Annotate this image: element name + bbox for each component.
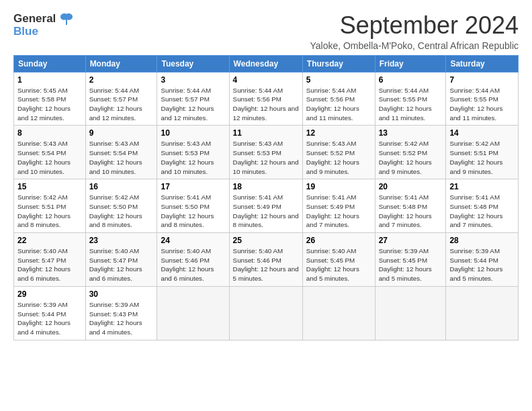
page: General Blue September 2024 Yaloke, Ombe…: [0, 0, 532, 347]
week-row-5: 29Sunrise: 5:39 AMSunset: 5:44 PMDayligh…: [14, 286, 519, 340]
day-number: 10: [161, 128, 225, 138]
day-info: Sunrise: 5:44 AMSunset: 5:55 PMDaylight:…: [379, 86, 443, 123]
calendar-cell: 18Sunrise: 5:41 AMSunset: 5:49 PMDayligh…: [229, 179, 302, 233]
day-number: 27: [379, 236, 443, 245]
day-info: Sunrise: 5:43 AMSunset: 5:52 PMDaylight:…: [306, 139, 371, 176]
calendar-cell: 10Sunrise: 5:43 AMSunset: 5:53 PMDayligh…: [157, 126, 229, 179]
day-header-saturday: Saturday: [446, 55, 519, 72]
day-info: Sunrise: 5:44 AMSunset: 5:57 PMDaylight:…: [161, 86, 225, 123]
calendar-header: SundayMondayTuesdayWednesdayThursdayFrid…: [14, 55, 519, 72]
header-row: SundayMondayTuesdayWednesdayThursdayFrid…: [14, 55, 519, 72]
calendar-cell: 23Sunrise: 5:40 AMSunset: 5:47 PMDayligh…: [85, 233, 157, 287]
day-info: Sunrise: 5:41 AMSunset: 5:48 PMDaylight:…: [449, 193, 515, 230]
logo-blue: Blue: [13, 25, 74, 38]
day-number: 14: [449, 128, 515, 138]
day-number: 21: [449, 182, 515, 191]
logo: General Blue: [13, 12, 74, 38]
calendar-cell: 8Sunrise: 5:43 AMSunset: 5:54 PMDaylight…: [14, 126, 86, 179]
day-header-wednesday: Wednesday: [229, 55, 302, 72]
day-number: 13: [379, 128, 443, 138]
calendar-cell: 19Sunrise: 5:41 AMSunset: 5:49 PMDayligh…: [302, 179, 375, 233]
day-info: Sunrise: 5:40 AMSunset: 5:46 PMDaylight:…: [233, 246, 299, 283]
week-row-2: 8Sunrise: 5:43 AMSunset: 5:54 PMDaylight…: [14, 126, 519, 179]
week-row-1: 1Sunrise: 5:45 AMSunset: 5:58 PMDaylight…: [14, 72, 519, 126]
logo-text: General: [13, 12, 74, 26]
day-info: Sunrise: 5:44 AMSunset: 5:56 PMDaylight:…: [306, 86, 371, 123]
day-info: Sunrise: 5:41 AMSunset: 5:50 PMDaylight:…: [161, 193, 225, 230]
day-number: 17: [161, 182, 225, 191]
day-header-monday: Monday: [85, 55, 157, 72]
day-number: 23: [89, 236, 154, 245]
logo-area: General Blue: [13, 12, 74, 38]
calendar-cell: 21Sunrise: 5:41 AMSunset: 5:48 PMDayligh…: [446, 179, 519, 233]
week-row-4: 22Sunrise: 5:40 AMSunset: 5:47 PMDayligh…: [14, 233, 519, 287]
calendar-cell: 4Sunrise: 5:44 AMSunset: 5:56 PMDaylight…: [229, 72, 302, 126]
day-number: 25: [233, 236, 299, 245]
day-info: Sunrise: 5:42 AMSunset: 5:51 PMDaylight:…: [17, 193, 82, 230]
calendar-cell: [446, 286, 519, 340]
day-number: 8: [17, 128, 82, 138]
day-number: 28: [449, 236, 515, 245]
day-number: 9: [89, 128, 154, 138]
calendar-cell: 11Sunrise: 5:43 AMSunset: 5:53 PMDayligh…: [229, 126, 302, 179]
month-title: September 2024: [310, 12, 519, 39]
day-number: 6: [379, 75, 443, 85]
day-number: 4: [233, 75, 299, 85]
calendar-cell: 9Sunrise: 5:43 AMSunset: 5:54 PMDaylight…: [85, 126, 157, 179]
day-number: 24: [161, 236, 225, 245]
calendar-cell: 16Sunrise: 5:42 AMSunset: 5:50 PMDayligh…: [85, 179, 157, 233]
calendar-cell: 14Sunrise: 5:42 AMSunset: 5:51 PMDayligh…: [446, 126, 519, 179]
calendar-cell: 24Sunrise: 5:40 AMSunset: 5:46 PMDayligh…: [157, 233, 229, 287]
day-header-sunday: Sunday: [14, 55, 86, 72]
calendar-cell: [302, 286, 375, 340]
title-area: September 2024 Yaloke, Ombella-M'Poko, C…: [310, 12, 519, 51]
week-row-3: 15Sunrise: 5:42 AMSunset: 5:51 PMDayligh…: [14, 179, 519, 233]
day-number: 11: [233, 128, 299, 138]
day-number: 30: [89, 289, 154, 299]
day-number: 2: [89, 75, 154, 85]
day-number: 19: [306, 182, 371, 191]
day-number: 5: [306, 75, 371, 85]
calendar-body: 1Sunrise: 5:45 AMSunset: 5:58 PMDaylight…: [14, 72, 519, 340]
day-info: Sunrise: 5:44 AMSunset: 5:55 PMDaylight:…: [449, 86, 515, 123]
day-info: Sunrise: 5:39 AMSunset: 5:43 PMDaylight:…: [89, 300, 154, 337]
calendar-cell: [375, 286, 446, 340]
calendar-cell: 15Sunrise: 5:42 AMSunset: 5:51 PMDayligh…: [14, 179, 86, 233]
day-info: Sunrise: 5:43 AMSunset: 5:54 PMDaylight:…: [89, 139, 154, 176]
day-info: Sunrise: 5:43 AMSunset: 5:53 PMDaylight:…: [233, 139, 299, 176]
calendar-cell: 5Sunrise: 5:44 AMSunset: 5:56 PMDaylight…: [302, 72, 375, 126]
day-info: Sunrise: 5:39 AMSunset: 5:44 PMDaylight:…: [449, 246, 515, 283]
calendar-cell: [229, 286, 302, 340]
day-info: Sunrise: 5:43 AMSunset: 5:53 PMDaylight:…: [161, 139, 225, 176]
day-info: Sunrise: 5:40 AMSunset: 5:46 PMDaylight:…: [161, 246, 225, 283]
day-info: Sunrise: 5:40 AMSunset: 5:47 PMDaylight:…: [17, 246, 82, 283]
day-info: Sunrise: 5:42 AMSunset: 5:51 PMDaylight:…: [449, 139, 515, 176]
day-info: Sunrise: 5:42 AMSunset: 5:50 PMDaylight:…: [89, 193, 154, 230]
day-info: Sunrise: 5:43 AMSunset: 5:54 PMDaylight:…: [17, 139, 82, 176]
day-info: Sunrise: 5:45 AMSunset: 5:58 PMDaylight:…: [17, 86, 82, 123]
day-number: 26: [306, 236, 371, 245]
calendar-cell: 20Sunrise: 5:41 AMSunset: 5:48 PMDayligh…: [375, 179, 446, 233]
day-number: 1: [17, 75, 82, 85]
calendar-cell: 28Sunrise: 5:39 AMSunset: 5:44 PMDayligh…: [446, 233, 519, 287]
calendar-cell: 6Sunrise: 5:44 AMSunset: 5:55 PMDaylight…: [375, 72, 446, 126]
calendar-table: SundayMondayTuesdayWednesdayThursdayFrid…: [13, 55, 519, 340]
calendar-cell: 3Sunrise: 5:44 AMSunset: 5:57 PMDaylight…: [157, 72, 229, 126]
header: General Blue September 2024 Yaloke, Ombe…: [13, 12, 519, 51]
calendar-cell: [157, 286, 229, 340]
logo-bird-icon: [59, 13, 74, 26]
calendar-cell: 29Sunrise: 5:39 AMSunset: 5:44 PMDayligh…: [14, 286, 86, 340]
day-number: 12: [306, 128, 371, 138]
calendar-cell: 17Sunrise: 5:41 AMSunset: 5:50 PMDayligh…: [157, 179, 229, 233]
day-header-tuesday: Tuesday: [157, 55, 229, 72]
day-number: 16: [89, 182, 154, 191]
calendar-cell: 13Sunrise: 5:42 AMSunset: 5:52 PMDayligh…: [375, 126, 446, 179]
calendar-cell: 27Sunrise: 5:39 AMSunset: 5:45 PMDayligh…: [375, 233, 446, 287]
day-info: Sunrise: 5:39 AMSunset: 5:45 PMDaylight:…: [379, 246, 443, 283]
day-header-friday: Friday: [375, 55, 446, 72]
day-number: 15: [17, 182, 82, 191]
day-number: 20: [379, 182, 443, 191]
calendar-cell: 22Sunrise: 5:40 AMSunset: 5:47 PMDayligh…: [14, 233, 86, 287]
day-info: Sunrise: 5:42 AMSunset: 5:52 PMDaylight:…: [379, 139, 443, 176]
day-info: Sunrise: 5:41 AMSunset: 5:49 PMDaylight:…: [306, 193, 371, 230]
